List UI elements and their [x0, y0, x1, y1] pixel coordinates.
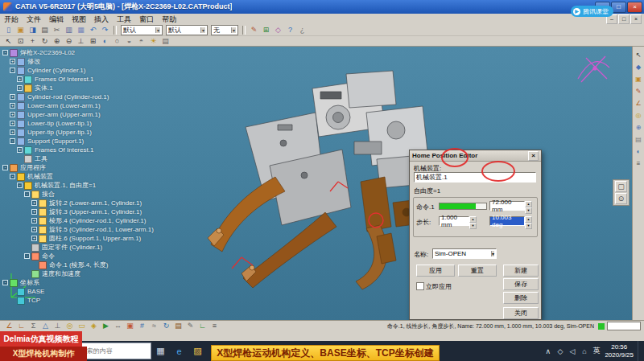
- auto-apply-checkbox[interactable]: [416, 282, 424, 290]
- multi-view-icon[interactable]: ⊞: [88, 36, 98, 46]
- expand-icon[interactable]: +: [10, 121, 15, 126]
- tree-item[interactable]: 速度和加速度: [2, 269, 154, 278]
- render-style-icon[interactable]: ◐: [634, 146, 643, 156]
- dof-icon[interactable]: ↔: [113, 322, 123, 331]
- expand-icon[interactable]: +: [31, 236, 37, 241]
- tree-item[interactable]: -Support (Support.1): [2, 137, 154, 146]
- menu-item[interactable]: 窗口: [135, 14, 158, 25]
- expand-icon[interactable]: +: [31, 209, 37, 215]
- dialog-title-bar[interactable]: Home Position Editor ×: [410, 150, 541, 162]
- collapse-icon[interactable]: -: [10, 68, 15, 73]
- frames-icon[interactable]: #: [137, 322, 147, 331]
- compass-tool-icon[interactable]: ◇: [273, 26, 283, 35]
- layer-combo[interactable]: 默认 ▾: [166, 25, 208, 35]
- menu-item[interactable]: 插入: [90, 14, 113, 25]
- snap-icon[interactable]: ≈: [149, 322, 159, 331]
- collapse-icon[interactable]: -: [2, 50, 8, 55]
- expand-icon[interactable]: +: [10, 94, 15, 100]
- redo-icon[interactable]: ↷: [100, 26, 110, 35]
- tree-item[interactable]: +旋转.2 (Lower-arm.1, Cylinder.1): [2, 199, 154, 207]
- dialog-close-button[interactable]: 关闭: [503, 307, 539, 319]
- sketcher-icon[interactable]: ✎: [634, 86, 643, 96]
- collapse-icon[interactable]: -: [24, 253, 30, 259]
- measure-item-icon[interactable]: ∟: [16, 322, 27, 331]
- tree-item[interactable]: +Upper-tip (Upper-tip.1): [2, 128, 154, 137]
- tree-item[interactable]: -应用程序: [2, 163, 154, 172]
- update-icon[interactable]: ↻: [161, 322, 171, 331]
- revolute-joint-icon[interactable]: ◎: [64, 322, 75, 331]
- prismatic-joint-icon[interactable]: ▭: [76, 322, 87, 331]
- tree-item[interactable]: +Cylinder-rod (Cylinder-rod.1): [2, 92, 154, 101]
- tree-item[interactable]: +实体.1: [2, 84, 154, 92]
- options-icon[interactable]: ≡: [209, 322, 220, 331]
- expand-icon[interactable]: +: [10, 59, 15, 64]
- tree-item[interactable]: 命令.1 (棱形.4, 长度): [2, 260, 154, 269]
- assemble-icon[interactable]: ⊕: [634, 122, 643, 132]
- magnifier-icon[interactable]: ⊙: [615, 193, 627, 204]
- lower-electrode-arm[interactable]: [242, 212, 336, 288]
- tree-item[interactable]: +圆柱.6 (Support.1, Upper-arm.1): [2, 234, 154, 243]
- expand-icon[interactable]: +: [17, 76, 23, 82]
- collapse-icon[interactable]: -: [24, 191, 30, 197]
- tree-item[interactable]: +Lower-tip (Lower-tip.1): [2, 119, 154, 128]
- open-folder-icon[interactable]: ▣: [15, 26, 26, 35]
- new-button[interactable]: 新建: [503, 265, 539, 277]
- tray-chevron-icon[interactable]: ∧: [543, 347, 552, 355]
- filter-combo[interactable]: 无 ▾: [211, 25, 238, 35]
- product-structure-icon[interactable]: ◆: [634, 62, 643, 72]
- edge-browser-icon[interactable]: e: [170, 341, 188, 361]
- expand-icon[interactable]: +: [10, 103, 15, 109]
- normal-view-icon[interactable]: ⊥: [76, 36, 86, 46]
- spin-down-icon[interactable]: ▼: [525, 207, 532, 214]
- antivirus-icon[interactable]: ◇: [555, 347, 564, 355]
- home-name-combo[interactable]: ▾: [432, 248, 497, 259]
- menu-item[interactable]: 视图: [68, 14, 90, 25]
- compass-icon[interactable]: [578, 56, 609, 82]
- constraint-icon[interactable]: △: [40, 322, 51, 331]
- command-slider[interactable]: [439, 203, 487, 210]
- collapse-icon[interactable]: -: [10, 174, 15, 179]
- cut-icon[interactable]: ✂: [52, 26, 62, 35]
- reset-button[interactable]: 重置: [458, 265, 497, 277]
- layers-icon[interactable]: ▤: [160, 36, 171, 46]
- expand-icon[interactable]: +: [17, 147, 23, 153]
- tree-item[interactable]: +Frames Of Interest.1: [2, 75, 154, 84]
- help-icon[interactable]: ?: [285, 26, 295, 35]
- print-icon[interactable]: ▤: [39, 26, 50, 35]
- menu-item[interactable]: 文件: [23, 14, 45, 25]
- doc-close-button[interactable]: ×: [630, 14, 642, 24]
- hide-show-icon[interactable]: ◒: [124, 36, 134, 46]
- tree-item[interactable]: BASE: [2, 287, 154, 296]
- tree-item[interactable]: -坐标系: [2, 278, 154, 287]
- tree-item[interactable]: -机械装置: [2, 172, 154, 181]
- tree-item[interactable]: -命令: [2, 252, 154, 260]
- home-name-input[interactable]: [435, 250, 481, 257]
- tree-item[interactable]: +Lower-arm (Lower-arm.1): [2, 101, 154, 110]
- rotate-view-icon[interactable]: ↻: [39, 36, 50, 46]
- select-tool-icon[interactable]: ↖: [634, 50, 643, 59]
- tree-item[interactable]: -机械装置.1, 自由度=1: [2, 181, 154, 190]
- fit-all-icon[interactable]: ⊡: [15, 36, 26, 46]
- expand-icon[interactable]: +: [17, 85, 23, 91]
- simulation-play-icon[interactable]: ▶: [101, 322, 111, 331]
- measure-inertia-icon[interactable]: Σ: [28, 322, 39, 331]
- tree-item[interactable]: -焊枪X-2C2369-L02: [2, 48, 154, 57]
- spin-down-icon[interactable]: ▼: [469, 223, 477, 229]
- graph-tree-icon[interactable]: ⊞: [261, 26, 271, 35]
- graphic-style-combo[interactable]: 默认 ▾: [121, 25, 163, 35]
- collapse-icon[interactable]: -: [17, 183, 23, 188]
- measure-tool-icon[interactable]: ∠: [634, 98, 643, 108]
- angular-step-field[interactable]: 10.003 deg: [489, 216, 525, 226]
- menu-item[interactable]: 编辑: [45, 14, 68, 25]
- spin-up-icon[interactable]: ▲: [525, 201, 532, 207]
- doc-restore-button[interactable]: □: [618, 14, 630, 24]
- expand-icon[interactable]: +: [31, 200, 37, 206]
- power-input-field[interactable]: [607, 322, 641, 330]
- fix-part-icon[interactable]: ⊥: [52, 322, 63, 331]
- wireframe-view-icon[interactable]: ○: [112, 36, 122, 46]
- collapse-icon[interactable]: -: [2, 280, 8, 285]
- menu-item[interactable]: 帮助: [158, 14, 180, 25]
- material-icon[interactable]: ▤: [634, 134, 643, 144]
- spin-down-icon[interactable]: ▼: [525, 223, 532, 229]
- tree-item[interactable]: -Cylinder (Cylinder.1): [2, 66, 154, 75]
